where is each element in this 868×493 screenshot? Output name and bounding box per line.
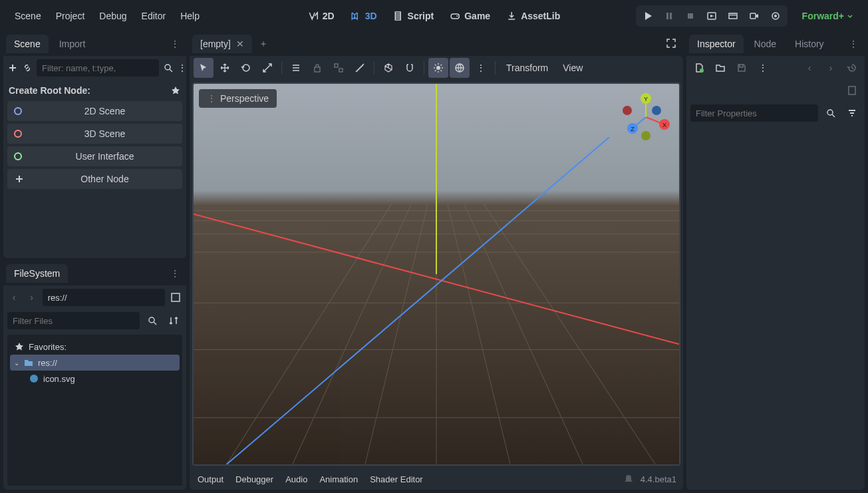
fs-favorites-row[interactable]: Favorites: xyxy=(10,339,180,355)
menu-debug[interactable]: Debug xyxy=(92,7,133,25)
lock-button[interactable] xyxy=(307,58,327,78)
bottom-panel-bar: Output Debugger Audio Animation Shader E… xyxy=(190,468,683,490)
save-icon xyxy=(736,63,747,73)
load-resource-button[interactable] xyxy=(712,59,729,77)
viewport-options-button[interactable]: ⋮ xyxy=(471,58,491,78)
filesystem-panel-menu[interactable]: ⋮ xyxy=(166,265,184,281)
view-menu[interactable]: View xyxy=(556,59,589,77)
distraction-free-button[interactable] xyxy=(662,34,680,55)
scene-tab-empty[interactable]: [empty] ✕ xyxy=(192,35,252,53)
axis-gizmo[interactable]: X Y Z xyxy=(619,90,672,144)
scene-search-button[interactable] xyxy=(163,59,174,77)
create-ui-button[interactable]: User Interface xyxy=(7,146,182,166)
save-resource-button[interactable] xyxy=(733,59,750,77)
fs-file-row[interactable]: icon.svg xyxy=(10,371,180,387)
open-docs-button[interactable] xyxy=(843,82,861,99)
inspector-filter-options-button[interactable] xyxy=(843,104,861,122)
scene-panel-menu[interactable]: ⋮ xyxy=(166,36,184,52)
scene-options-button[interactable]: ⋮ xyxy=(178,59,186,77)
select-tool-button[interactable] xyxy=(194,58,214,78)
scale-tool-button[interactable] xyxy=(257,58,277,78)
add-scene-tab-button[interactable]: ＋ xyxy=(255,34,272,54)
docs-icon xyxy=(847,85,857,96)
tab-inspector[interactable]: Inspector xyxy=(689,35,744,53)
menu-help[interactable]: Help xyxy=(174,7,206,25)
stop-button[interactable] xyxy=(680,7,701,25)
tab-history[interactable]: History xyxy=(787,35,832,53)
inspector-panel-tabs: Inspector Node History ⋮ xyxy=(686,32,865,56)
mode-script-button[interactable]: Script xyxy=(386,7,441,25)
environment-preview-button[interactable] xyxy=(450,58,470,78)
fs-back-button[interactable]: ‹ xyxy=(7,289,21,306)
renderer-selector[interactable]: Forward+ xyxy=(796,7,860,25)
output-button[interactable]: Output xyxy=(198,474,223,484)
inspector-panel-menu[interactable]: ⋮ xyxy=(845,36,862,52)
local-space-button[interactable] xyxy=(378,58,398,78)
create-3d-scene-button[interactable]: 3D Scene xyxy=(7,124,182,144)
debugger-button[interactable]: Debugger xyxy=(235,474,273,484)
split-icon xyxy=(170,292,181,303)
tab-import[interactable]: Import xyxy=(51,35,94,53)
close-tab-button[interactable]: ✕ xyxy=(236,39,244,49)
menu-project[interactable]: Project xyxy=(49,7,92,25)
inspector-history-button[interactable] xyxy=(843,59,861,77)
mode-2d-button[interactable]: 2D xyxy=(301,7,341,25)
play-scene-button[interactable] xyxy=(701,7,722,25)
bell-icon[interactable] xyxy=(623,474,634,484)
favorite-icon[interactable] xyxy=(170,85,181,96)
fs-search-button[interactable] xyxy=(144,312,161,329)
inspector-search-button[interactable] xyxy=(822,104,839,122)
viewport-3d[interactable]: ⋮ Perspective X Y Z xyxy=(192,82,680,466)
create-2d-scene-button[interactable]: 2D Scene xyxy=(7,101,182,121)
snap-button[interactable] xyxy=(400,58,420,78)
svg-rect-11 xyxy=(172,293,180,301)
main-menu: Scene Project Debug Editor Help xyxy=(8,7,206,25)
move-tool-button[interactable] xyxy=(215,58,235,78)
camera-override-button[interactable] xyxy=(765,7,786,25)
instance-scene-button[interactable] xyxy=(22,59,33,77)
fs-filter-input[interactable] xyxy=(7,312,140,329)
mode-3d-button[interactable]: 3D xyxy=(344,7,384,25)
svg-rect-7 xyxy=(750,13,756,19)
expand-toggle[interactable]: ⌄ xyxy=(14,359,19,367)
tab-filesystem[interactable]: FileSystem xyxy=(6,264,68,283)
fs-tree: Favorites: ⌄ res:// icon.svg xyxy=(7,335,182,486)
scene-filter-input[interactable] xyxy=(37,59,159,77)
create-other-button[interactable]: Other Node xyxy=(7,169,182,189)
fs-split-toggle[interactable] xyxy=(169,289,182,306)
fs-root-row[interactable]: ⌄ res:// xyxy=(10,355,180,371)
transform-menu[interactable]: Transform xyxy=(500,59,555,77)
tab-node[interactable]: Node xyxy=(746,35,784,53)
ruler-tool-button[interactable] xyxy=(350,58,370,78)
tab-scene[interactable]: Scene xyxy=(6,35,49,53)
sun-preview-button[interactable] xyxy=(428,58,448,78)
group-button[interactable] xyxy=(329,58,349,78)
animation-button[interactable]: Animation xyxy=(319,474,358,484)
scene-panel: Scene Import ⋮ ⋮ Create Root Node: 2D Sc… xyxy=(3,32,186,258)
rotate-tool-button[interactable] xyxy=(236,58,256,78)
inspector-extra-button[interactable]: ⋮ xyxy=(754,59,772,77)
mode-assetlib-button[interactable]: AssetLib xyxy=(500,7,567,25)
menu-scene[interactable]: Scene xyxy=(8,7,48,25)
new-resource-button[interactable] xyxy=(690,59,708,77)
pause-button[interactable] xyxy=(658,7,680,25)
scale-icon xyxy=(262,63,273,73)
menu-editor[interactable]: Editor xyxy=(135,7,173,25)
list-select-button[interactable] xyxy=(286,58,306,78)
fs-path-input[interactable] xyxy=(43,289,165,306)
movie-maker-button[interactable] xyxy=(744,7,765,25)
scene-toolbar: ⋮ xyxy=(3,56,186,80)
inspector-forward-button[interactable]: › xyxy=(822,59,839,77)
fs-forward-button[interactable]: › xyxy=(25,289,38,306)
perspective-button[interactable]: ⋮ Perspective xyxy=(199,89,277,108)
add-node-button[interactable] xyxy=(7,59,18,77)
mode-game-button[interactable]: Game xyxy=(443,7,497,25)
inspector-filter-input[interactable] xyxy=(690,104,818,122)
play-button[interactable] xyxy=(637,7,658,25)
audio-button[interactable]: Audio xyxy=(285,474,307,484)
fs-sort-button[interactable] xyxy=(165,312,182,329)
play-custom-button[interactable] xyxy=(722,7,744,25)
download-icon xyxy=(506,11,517,21)
shader-editor-button[interactable]: Shader Editor xyxy=(370,474,423,484)
inspector-back-button[interactable]: ‹ xyxy=(801,59,818,77)
